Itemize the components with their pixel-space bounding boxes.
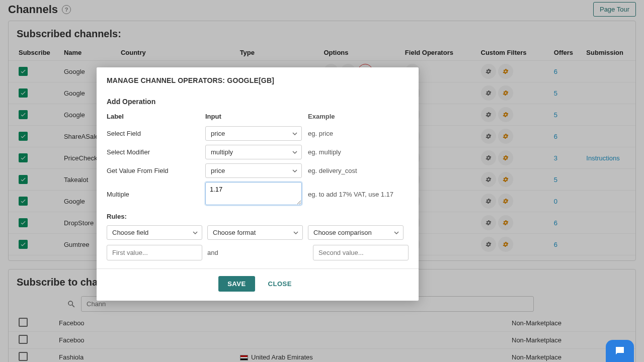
select-modifier-example: eg. multiply: [304, 148, 409, 156]
select-modifier-label: Select Modifier: [107, 148, 205, 156]
multiple-example: eg. to add 17% VAT, use 1.17: [304, 191, 409, 198]
first-value-input[interactable]: [107, 245, 202, 260]
manage-operators-modal: MANAGE CHANNEL OPERATORS: GOOGLE[GB] Add…: [97, 67, 419, 301]
rules-label: Rules:: [107, 213, 409, 220]
select-field-label: Select Field: [107, 130, 205, 137]
select-field-dropdown[interactable]: price: [205, 126, 302, 141]
choose-comparison-dropdown[interactable]: Choose comparison: [308, 225, 404, 240]
multiple-label: Multiple: [107, 191, 205, 198]
choose-field-dropdown[interactable]: Choose field: [107, 225, 202, 240]
and-label: and: [207, 249, 218, 256]
modal-subtitle: Add Operation: [107, 98, 409, 106]
input-header: Input: [205, 113, 304, 122]
select-modifier-dropdown[interactable]: multiply: [205, 145, 302, 159]
modal-title: MANAGE CHANNEL OPERATORS: GOOGLE[GB]: [107, 76, 409, 84]
get-value-example: eg. delivery_cost: [304, 167, 409, 174]
example-header: Example: [304, 113, 409, 122]
chat-icon: [614, 345, 626, 357]
second-value-input[interactable]: [313, 245, 409, 260]
multiple-input[interactable]: [205, 182, 302, 205]
label-header: Label: [107, 113, 205, 122]
choose-format-dropdown[interactable]: Choose format: [207, 225, 303, 240]
chat-fab[interactable]: [606, 340, 634, 362]
get-value-dropdown[interactable]: price: [205, 163, 302, 178]
select-field-example: eg. price: [304, 130, 409, 137]
get-value-label: Get Value From Field: [107, 167, 205, 174]
close-button[interactable]: CLOSE: [263, 276, 297, 292]
save-button[interactable]: SAVE: [218, 276, 255, 292]
